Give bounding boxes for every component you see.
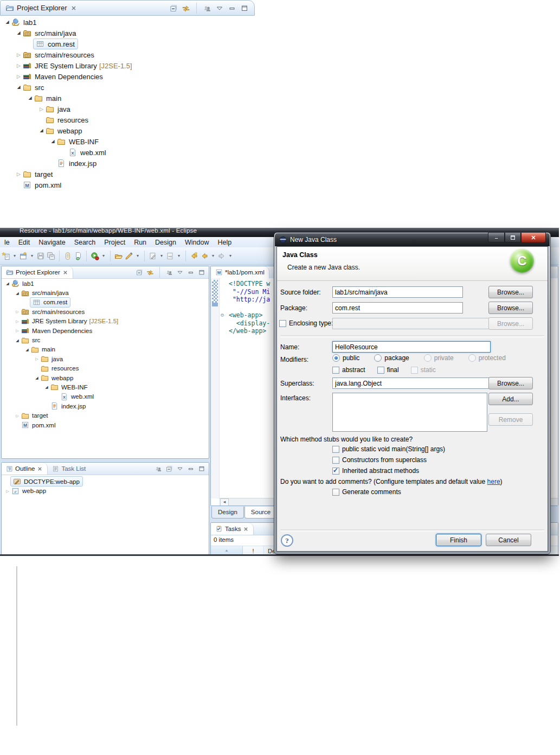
close-icon[interactable] [243,526,249,532]
tab-source[interactable]: Source [244,507,277,519]
tree-item-lab1[interactable]: ◢lab1 [2,279,118,288]
tree-item-resources[interactable]: resources [2,364,118,373]
configure-templates-link[interactable]: here [487,478,500,485]
minimize-icon[interactable] [228,4,236,12]
close-icon[interactable] [70,5,77,11]
collapsed-twistie-icon[interactable]: ▷ [33,357,41,361]
expanded-twistie-icon[interactable]: ◢ [15,85,23,89]
collapsed-twistie-icon[interactable]: ▷ [15,53,23,57]
expanded-twistie-icon[interactable]: ◢ [23,348,31,351]
radio-public[interactable]: public [332,354,359,362]
tb-save-icon[interactable] [36,252,45,260]
tree-item-maven-dependencies[interactable]: ▷Maven Dependencies [0,71,132,82]
tree-item-com-rest[interactable]: com.rest [2,298,118,307]
expanded-twistie-icon[interactable]: ◢ [14,291,21,295]
tb-scroll-icon[interactable] [63,252,72,260]
tree-item-src-main-resources[interactable]: ▷src/main/resources [0,49,132,60]
view-menu-icon[interactable] [176,465,184,472]
menu-project[interactable]: Project [100,239,130,246]
tb-new-window-icon[interactable] [19,252,28,260]
checkbox-enclosing-type[interactable]: Enclosing type: [279,319,333,327]
dropdown-caret-icon[interactable]: ▾ [228,253,233,258]
dropdown-caret-icon[interactable]: ▾ [159,253,164,258]
maximize-icon[interactable] [240,4,249,12]
focus-icon[interactable] [165,268,173,276]
link-with-editor-icon[interactable] [146,268,154,276]
dropdown-caret-icon[interactable]: ▾ [12,253,17,258]
tree-item-src[interactable]: ◢src [2,335,118,344]
tb-open-folder-icon[interactable] [114,252,123,260]
menu-edit[interactable]: Edit [14,239,35,246]
tree-item-maven-dependencies[interactable]: ▷Maven Dependencies [2,326,118,335]
sort-column-header[interactable] [211,546,243,555]
menu-navigate[interactable]: Navigate [34,239,69,246]
minimize-icon[interactable] [187,465,195,472]
collapsed-twistie-icon[interactable]: ▷ [37,107,46,112]
expanded-twistie-icon[interactable]: ◢ [4,281,11,285]
package-input[interactable] [332,302,463,313]
tree-item-web-inf[interactable]: ◢WEB-INF [0,136,132,147]
focus-icon[interactable] [155,465,162,472]
checkbox-generate-comments[interactable]: Generate comments [332,488,401,496]
tree-item-lab1[interactable]: ◢lab1 [0,17,132,28]
collapsed-twistie-icon[interactable]: ▷ [15,172,23,177]
interfaces-add-button[interactable]: Add... [488,393,533,405]
menu-le[interactable]: le [0,239,14,246]
tree-item-java[interactable]: ▷java [2,354,118,363]
checkbox-inherited-abstract-methods[interactable]: Inherited abstract methods [332,467,419,475]
dropdown-caret-icon[interactable]: ▾ [176,253,182,258]
dropdown-caret-icon[interactable]: ▾ [135,253,140,258]
tree-item-web-xml[interactable]: Xweb.xml [0,147,132,158]
source-folder-input[interactable] [332,286,463,298]
dropdown-caret-icon[interactable]: ▾ [210,253,216,258]
tree-item-src-main-java[interactable]: ◢src/main/java [2,288,118,297]
tb-new-icon[interactable] [2,252,10,260]
tree-item-web-xml[interactable]: Xweb.xml [2,392,118,401]
generate-comments-checkbox[interactable]: Generate comments [332,488,401,496]
tree-item-web-app[interactable]: ▷eweb-app [2,486,83,495]
checkbox-public-static-void-main-string-args[interactable]: public static void main(String[] args) [332,445,445,453]
tree-item-src[interactable]: ◢src [0,82,132,93]
tree-item-pom-xml[interactable]: Mpom.xml [2,420,118,430]
tb-run-icon[interactable] [91,252,99,260]
tb-back-icon[interactable] [200,252,209,260]
tree-item-jre-system-library[interactable]: ▷JRE System Library[J2SE-1.5] [0,60,132,71]
tree-item-pom-xml[interactable]: Mpom.xml [0,180,132,190]
finish-button[interactable]: Finish [436,534,481,546]
tab-design[interactable]: Design [211,507,244,519]
expanded-twistie-icon[interactable]: ◢ [15,31,23,35]
tree-item-web-inf[interactable]: ◢WEB-INF [2,382,118,392]
fold-collapse-icon[interactable]: ⊖ [221,311,224,319]
tree-item-main[interactable]: ◢main [0,93,132,104]
package-browse-button[interactable]: Browse... [488,302,533,314]
dropdown-caret-icon[interactable]: ▾ [101,253,106,258]
tree-item-java[interactable]: ▷java [0,104,132,114]
tab-pom-xml-editor[interactable]: M *lab1/pom.xml [211,266,269,278]
interfaces-list[interactable] [332,393,487,432]
collapsed-twistie-icon[interactable]: ▷ [14,310,21,313]
tab-project-explorer[interactable]: Project Explorer [2,266,73,278]
tab-task-list[interactable]: Task List [48,463,90,475]
collapsed-twistie-icon[interactable]: ▷ [15,74,23,79]
collapsed-twistie-icon[interactable]: ▷ [14,414,21,418]
checkbox-constructors-from-superclass[interactable]: Constructors from superclass [332,456,427,464]
cancel-button[interactable]: Cancel [486,534,531,546]
checkbox-final[interactable]: final [377,366,399,374]
view-menu-icon[interactable] [176,268,184,276]
tree-item-doctype-web-app[interactable]: DOCTYPE:web-app [2,477,83,486]
view-menu-icon[interactable] [215,4,224,12]
maximize-icon[interactable] [198,465,205,472]
collapsed-twistie-icon[interactable]: ▷ [15,63,23,68]
tree-item-src-main-java[interactable]: ◢src/main/java [0,28,132,39]
tree-item-target[interactable]: ▷target [2,411,118,420]
expanded-twistie-icon[interactable]: ◢ [33,376,41,380]
tb-brush-icon[interactable] [125,252,133,260]
class-name-input[interactable] [332,341,491,353]
tb-doc-pencil-icon[interactable] [149,252,157,260]
expanded-twistie-icon[interactable]: ◢ [49,139,57,144]
minimize-icon[interactable] [187,268,195,276]
expanded-twistie-icon[interactable]: ◢ [26,96,34,100]
collapse-all-icon[interactable] [165,465,173,472]
expanded-twistie-icon[interactable]: ◢ [37,129,46,133]
expanded-twistie-icon[interactable]: ◢ [43,385,50,389]
